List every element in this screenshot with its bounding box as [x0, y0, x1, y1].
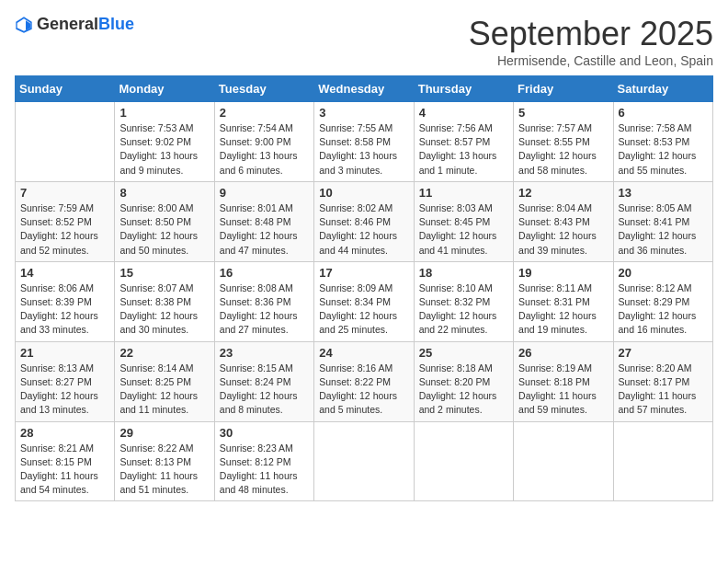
calendar-cell: 24Sunrise: 8:16 AMSunset: 8:22 PMDayligh…: [314, 341, 414, 421]
day-info: Sunrise: 8:21 AMSunset: 8:15 PMDaylight:…: [20, 442, 109, 498]
day-info: Sunrise: 7:54 AMSunset: 9:00 PMDaylight:…: [220, 121, 309, 178]
calendar-cell: 12Sunrise: 8:04 AMSunset: 8:43 PMDayligh…: [514, 181, 613, 261]
calendar-cell: 16Sunrise: 8:08 AMSunset: 8:36 PMDayligh…: [214, 261, 313, 341]
day-header-saturday: Saturday: [613, 76, 712, 102]
calendar-cell: 18Sunrise: 8:10 AMSunset: 8:32 PMDayligh…: [414, 261, 513, 341]
calendar-cell: [514, 421, 613, 501]
day-number: 21: [20, 346, 109, 360]
day-header-thursday: Thursday: [414, 76, 513, 102]
day-number: 14: [20, 266, 109, 280]
month-title: September 2025: [469, 15, 713, 53]
day-info: Sunrise: 8:06 AMSunset: 8:39 PMDaylight:…: [20, 282, 109, 338]
calendar-cell: 3Sunrise: 7:55 AMSunset: 8:58 PMDaylight…: [314, 102, 414, 182]
day-number: 12: [518, 186, 608, 200]
day-info: Sunrise: 8:04 AMSunset: 8:43 PMDaylight:…: [518, 201, 608, 258]
day-info: Sunrise: 8:20 AMSunset: 8:17 PMDaylight:…: [619, 362, 708, 418]
logo-blue-text: Blue: [98, 15, 134, 33]
header: GeneralBlue September 2025 Hermisende, C…: [15, 15, 713, 68]
day-info: Sunrise: 8:23 AMSunset: 8:12 PMDaylight:…: [220, 442, 309, 498]
calendar-cell: 26Sunrise: 8:19 AMSunset: 8:18 PMDayligh…: [514, 341, 613, 421]
calendar-cell: 19Sunrise: 8:11 AMSunset: 8:31 PMDayligh…: [514, 261, 613, 341]
calendar-cell: 22Sunrise: 8:14 AMSunset: 8:25 PMDayligh…: [115, 341, 214, 421]
day-info: Sunrise: 8:15 AMSunset: 8:24 PMDaylight:…: [220, 362, 309, 418]
calendar-cell: 4Sunrise: 7:56 AMSunset: 8:57 PMDaylight…: [414, 102, 513, 182]
day-info: Sunrise: 8:01 AMSunset: 8:48 PMDaylight:…: [220, 201, 309, 258]
day-number: 19: [518, 266, 608, 280]
day-info: Sunrise: 8:18 AMSunset: 8:20 PMDaylight:…: [419, 362, 508, 418]
day-header-tuesday: Tuesday: [214, 76, 313, 102]
calendar-cell: 27Sunrise: 8:20 AMSunset: 8:17 PMDayligh…: [613, 341, 712, 421]
day-info: Sunrise: 7:57 AMSunset: 8:55 PMDaylight:…: [518, 121, 608, 178]
location-subtitle: Hermisende, Castille and Leon, Spain: [469, 53, 713, 68]
calendar-cell: 29Sunrise: 8:22 AMSunset: 8:13 PMDayligh…: [115, 421, 214, 501]
day-number: 1: [119, 106, 209, 120]
day-header-sunday: Sunday: [16, 76, 115, 102]
day-number: 25: [419, 346, 508, 360]
day-number: 18: [419, 266, 508, 280]
day-number: 5: [518, 106, 608, 120]
calendar-week-row: 1Sunrise: 7:53 AMSunset: 9:02 PMDaylight…: [16, 102, 713, 182]
calendar-cell: 21Sunrise: 8:13 AMSunset: 8:27 PMDayligh…: [16, 341, 115, 421]
day-number: 13: [619, 186, 708, 200]
calendar-table: SundayMondayTuesdayWednesdayThursdayFrid…: [15, 75, 713, 501]
calendar-cell: 11Sunrise: 8:03 AMSunset: 8:45 PMDayligh…: [414, 181, 513, 261]
day-number: 2: [220, 106, 309, 120]
day-info: Sunrise: 8:09 AMSunset: 8:34 PMDaylight:…: [319, 282, 408, 338]
day-info: Sunrise: 8:08 AMSunset: 8:36 PMDaylight:…: [220, 282, 309, 338]
day-info: Sunrise: 8:14 AMSunset: 8:25 PMDaylight:…: [119, 362, 209, 418]
title-area: September 2025 Hermisende, Castille and …: [469, 15, 713, 68]
day-info: Sunrise: 7:55 AMSunset: 8:58 PMDaylight:…: [319, 121, 408, 178]
calendar-cell: 8Sunrise: 8:00 AMSunset: 8:50 PMDaylight…: [115, 181, 214, 261]
calendar-week-row: 21Sunrise: 8:13 AMSunset: 8:27 PMDayligh…: [16, 341, 713, 421]
day-info: Sunrise: 8:00 AMSunset: 8:50 PMDaylight:…: [119, 201, 209, 258]
day-header-wednesday: Wednesday: [314, 76, 414, 102]
calendar-cell: 5Sunrise: 7:57 AMSunset: 8:55 PMDaylight…: [514, 102, 613, 182]
day-number: 20: [619, 266, 708, 280]
calendar-cell: 2Sunrise: 7:54 AMSunset: 9:00 PMDaylight…: [214, 102, 313, 182]
day-number: 3: [319, 106, 408, 120]
day-info: Sunrise: 8:02 AMSunset: 8:46 PMDaylight:…: [319, 201, 408, 258]
day-info: Sunrise: 7:56 AMSunset: 8:57 PMDaylight:…: [419, 121, 508, 178]
day-number: 9: [220, 186, 309, 200]
generalblue-logo-icon: [15, 16, 33, 34]
calendar-cell: 9Sunrise: 8:01 AMSunset: 8:48 PMDaylight…: [214, 181, 313, 261]
day-number: 16: [220, 266, 309, 280]
day-number: 22: [119, 346, 209, 360]
calendar-cell: 7Sunrise: 7:59 AMSunset: 8:52 PMDaylight…: [16, 181, 115, 261]
calendar-cell: 30Sunrise: 8:23 AMSunset: 8:12 PMDayligh…: [214, 421, 313, 501]
calendar-cell: 15Sunrise: 8:07 AMSunset: 8:38 PMDayligh…: [115, 261, 214, 341]
calendar-cell: 10Sunrise: 8:02 AMSunset: 8:46 PMDayligh…: [314, 181, 414, 261]
day-number: 10: [319, 186, 408, 200]
day-info: Sunrise: 8:07 AMSunset: 8:38 PMDaylight:…: [119, 282, 209, 338]
day-info: Sunrise: 8:05 AMSunset: 8:41 PMDaylight:…: [619, 201, 708, 258]
calendar-cell: [613, 421, 712, 501]
day-number: 26: [518, 346, 608, 360]
day-number: 30: [220, 426, 309, 440]
calendar-cell: [414, 421, 513, 501]
day-number: 15: [119, 266, 209, 280]
calendar-cell: 6Sunrise: 7:58 AMSunset: 8:53 PMDaylight…: [613, 102, 712, 182]
day-info: Sunrise: 7:58 AMSunset: 8:53 PMDaylight:…: [619, 121, 708, 178]
day-number: 4: [419, 106, 508, 120]
calendar-week-row: 14Sunrise: 8:06 AMSunset: 8:39 PMDayligh…: [16, 261, 713, 341]
day-info: Sunrise: 8:12 AMSunset: 8:29 PMDaylight:…: [619, 282, 708, 338]
day-number: 8: [119, 186, 209, 200]
day-info: Sunrise: 8:03 AMSunset: 8:45 PMDaylight:…: [419, 201, 508, 258]
day-number: 24: [319, 346, 408, 360]
calendar-cell: 14Sunrise: 8:06 AMSunset: 8:39 PMDayligh…: [16, 261, 115, 341]
day-number: 7: [20, 186, 109, 200]
day-info: Sunrise: 8:19 AMSunset: 8:18 PMDaylight:…: [518, 362, 608, 418]
calendar-body: 1Sunrise: 7:53 AMSunset: 9:02 PMDaylight…: [16, 102, 713, 501]
calendar-cell: 1Sunrise: 7:53 AMSunset: 9:02 PMDaylight…: [115, 102, 214, 182]
calendar-cell: [314, 421, 414, 501]
day-number: 23: [220, 346, 309, 360]
day-info: Sunrise: 7:59 AMSunset: 8:52 PMDaylight:…: [20, 201, 109, 258]
calendar-cell: 25Sunrise: 8:18 AMSunset: 8:20 PMDayligh…: [414, 341, 513, 421]
logo-general-text: General: [37, 15, 98, 33]
day-info: Sunrise: 8:11 AMSunset: 8:31 PMDaylight:…: [518, 282, 608, 338]
calendar-cell: [16, 102, 115, 182]
calendar-cell: 17Sunrise: 8:09 AMSunset: 8:34 PMDayligh…: [314, 261, 414, 341]
calendar-header-row: SundayMondayTuesdayWednesdayThursdayFrid…: [16, 76, 713, 102]
day-number: 27: [619, 346, 708, 360]
day-number: 29: [119, 426, 209, 440]
